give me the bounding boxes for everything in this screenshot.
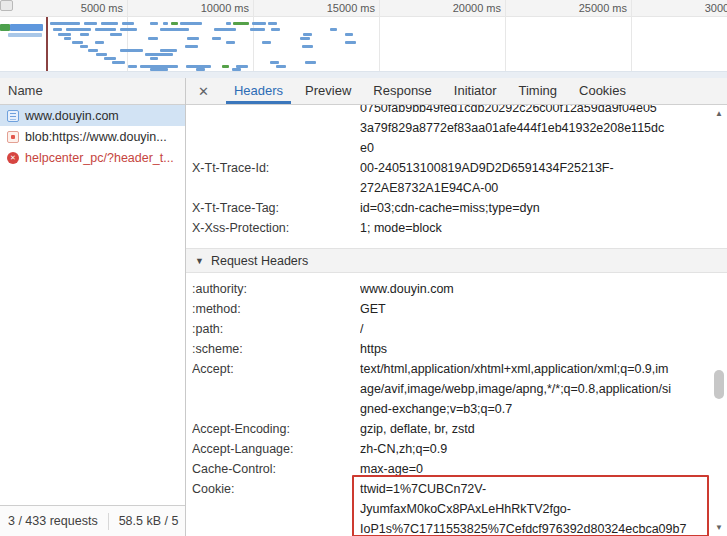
waterfall-bar bbox=[104, 57, 116, 60]
header-value: ttwid=1%7CUBCn72V-JyumfaxM0koCx8PAxLeHhR… bbox=[360, 479, 727, 536]
waterfall-bar bbox=[226, 41, 235, 44]
tab-cookies[interactable]: Cookies bbox=[568, 78, 637, 104]
header-value-line: 272AE8732A1E94CA-00 bbox=[360, 178, 727, 198]
header-value-line: max-age=0 bbox=[360, 459, 727, 479]
scroll-up-icon[interactable]: ▲ bbox=[712, 109, 726, 118]
timeline-tick-label: 30000 ms bbox=[691, 2, 727, 14]
header-name: X-Tt-Trace-Id: bbox=[192, 158, 360, 198]
waterfall-bar bbox=[150, 22, 158, 25]
waterfall-bar bbox=[72, 41, 83, 44]
header-value-line: gzip, deflate, br, zstd bbox=[360, 419, 727, 439]
load-event-line bbox=[46, 17, 48, 71]
request-row[interactable]: www.douyin.com bbox=[0, 105, 185, 126]
tab-preview[interactable]: Preview bbox=[294, 78, 362, 104]
network-overview[interactable]: 5000 ms10000 ms15000 ms20000 ms25000 ms3… bbox=[0, 0, 727, 78]
header-value-line: JyumfaxM0koCx8PAxLeHhRkTV2fgo- bbox=[360, 499, 727, 519]
waterfall-bar bbox=[95, 41, 104, 44]
waterfall-bar bbox=[148, 37, 158, 40]
waterfall-bar bbox=[112, 61, 125, 64]
headers-detail-panel: ✕ HeadersPreviewResponseInitiatorTimingC… bbox=[186, 78, 727, 536]
timeline-gridline bbox=[127, 0, 128, 71]
waterfall-bar bbox=[150, 57, 158, 60]
waterfall-bar bbox=[345, 33, 353, 36]
header-value-line: e0 bbox=[360, 138, 727, 158]
headers-flow: 0750fab9bb49fed1cdb20292c26c00f12a59da9f… bbox=[186, 105, 727, 536]
detail-tabs: HeadersPreviewResponseInitiatorTimingCoo… bbox=[223, 78, 637, 104]
header-value: 0750fab9bb49fed1cdb20292c26c00f12a59da9f… bbox=[360, 105, 727, 158]
selected-request-bar bbox=[8, 33, 42, 37]
waterfall-bar bbox=[96, 53, 107, 56]
header-value-line: https bbox=[360, 339, 727, 359]
header-value: max-age=0 bbox=[360, 459, 727, 479]
tab-timing[interactable]: Timing bbox=[507, 78, 568, 104]
scrollbar-thumb[interactable] bbox=[714, 370, 724, 399]
requests-sidebar: Name www.douyin.comblob:https://www.douy… bbox=[0, 78, 186, 536]
timeline-tick-label: 20000 ms bbox=[439, 2, 501, 14]
header-value-line: www.douyin.com bbox=[360, 279, 727, 299]
timeline-tick-label: 25000 ms bbox=[565, 2, 627, 14]
header-value: text/html,application/xhtml+xml,applicat… bbox=[360, 359, 727, 419]
waterfall-bar bbox=[187, 37, 199, 40]
header-name: Cookie: bbox=[192, 479, 360, 536]
network-main-split: Name www.douyin.comblob:https://www.douy… bbox=[0, 78, 727, 536]
waterfall-bar bbox=[163, 22, 168, 25]
waterfall-bar bbox=[226, 22, 231, 25]
timeline-gridline bbox=[253, 0, 254, 71]
header-value-line: 1; mode=block bbox=[360, 218, 727, 238]
waterfall-bar bbox=[95, 28, 116, 31]
timeline-gridline bbox=[631, 0, 632, 71]
waterfall-bar bbox=[145, 53, 173, 56]
timeline-gridline bbox=[379, 0, 380, 71]
waterfall-bar bbox=[303, 33, 312, 36]
scroll-down-icon[interactable]: ▼ bbox=[712, 523, 726, 532]
header-value-line: text/html,application/xhtml+xml,applicat… bbox=[360, 359, 727, 379]
tab-initiator[interactable]: Initiator bbox=[443, 78, 508, 104]
name-column-header[interactable]: Name bbox=[0, 78, 185, 105]
waterfall-bar bbox=[171, 22, 178, 25]
waterfall-bar bbox=[232, 68, 241, 71]
waterfall-bar bbox=[252, 22, 266, 25]
waterfall-bar bbox=[222, 65, 229, 68]
name-column-label: Name bbox=[8, 83, 43, 98]
devtools-network-panel: 5000 ms10000 ms15000 ms20000 ms25000 ms3… bbox=[0, 0, 727, 536]
request-label: blob:https://www.douyin... bbox=[25, 130, 167, 144]
header-name: X-Tt-Trace-Tag: bbox=[192, 198, 360, 218]
request-row[interactable]: blob:https://www.douyin... bbox=[0, 126, 185, 147]
header-value-line: id=03;cdn-cache=miss;type=dyn bbox=[360, 198, 727, 218]
waterfall-bar bbox=[270, 61, 279, 64]
request-headers-section-header[interactable]: ▼Request Headers bbox=[186, 248, 727, 273]
waterfall-bar bbox=[50, 22, 80, 25]
waterfall-bar bbox=[84, 22, 97, 25]
selected-request-bar bbox=[10, 24, 43, 31]
waterfall-bar bbox=[160, 49, 177, 52]
header-value: 1; mode=block bbox=[360, 218, 727, 238]
detail-tabbar: ✕ HeadersPreviewResponseInitiatorTimingC… bbox=[186, 78, 727, 105]
header-value: id=03;cdn-cache=miss;type=dyn bbox=[360, 198, 727, 218]
timeline-gridline bbox=[505, 0, 506, 71]
header-name: Accept-Language: bbox=[192, 439, 360, 459]
close-icon[interactable]: ✕ bbox=[198, 84, 209, 99]
transferred-size: 58.5 kB / 5 bbox=[119, 514, 179, 528]
request-label: helpcenter_pc/?header_t... bbox=[25, 151, 174, 165]
header-row: :authority:www.douyin.com bbox=[186, 279, 727, 299]
document-icon bbox=[7, 110, 19, 122]
selected-request-bar bbox=[0, 24, 10, 31]
header-name: :path: bbox=[192, 319, 360, 339]
headers-content[interactable]: 0750fab9bb49fed1cdb20292c26c00f12a59da9f… bbox=[186, 105, 727, 536]
request-headers-rows: :authority:www.douyin.com:method:GET:pat… bbox=[186, 279, 727, 536]
waterfall-bar bbox=[150, 68, 168, 71]
scrollbar[interactable]: ▲ ▼ bbox=[712, 107, 726, 534]
header-value-line: 3a79f829a8772ef83aa01afe444f1eb41932e208… bbox=[360, 118, 727, 138]
header-row: X-Tt-Trace-Id:00-240513100819AD9D2D65914… bbox=[186, 158, 727, 198]
summary-divider bbox=[108, 513, 109, 530]
header-name: Accept-Encoding: bbox=[192, 419, 360, 439]
header-name bbox=[192, 105, 360, 158]
header-row: 0750fab9bb49fed1cdb20292c26c00f12a59da9f… bbox=[186, 105, 727, 158]
tab-headers[interactable]: Headers bbox=[223, 78, 294, 104]
request-row[interactable]: helpcenter_pc/?header_t... bbox=[0, 147, 185, 168]
header-value-line: GET bbox=[360, 299, 727, 319]
waterfall-bar bbox=[302, 45, 313, 48]
tab-response[interactable]: Response bbox=[362, 78, 443, 104]
waterfall-bar bbox=[120, 49, 143, 52]
header-name: :authority: bbox=[192, 279, 360, 299]
